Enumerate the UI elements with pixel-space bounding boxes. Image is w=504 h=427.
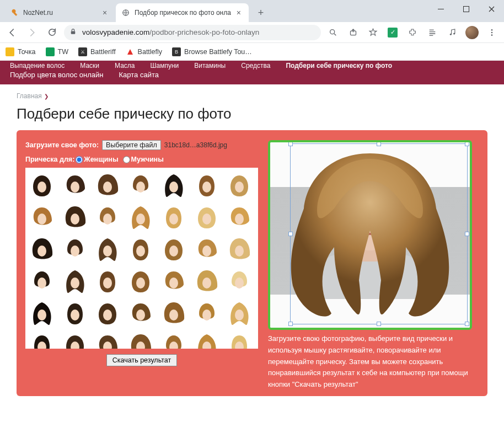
hairstyle-thumb[interactable]: [159, 203, 188, 233]
resize-handle[interactable]: [288, 232, 293, 236]
maximize-button[interactable]: [453, 0, 479, 18]
hairstyle-thumb[interactable]: [192, 203, 221, 233]
hairstyle-thumb[interactable]: [61, 267, 89, 297]
hairstyle-thumb[interactable]: [28, 267, 56, 297]
nav-link[interactable]: Средства: [241, 62, 270, 70]
hairstyle-thumb[interactable]: [93, 299, 122, 329]
hairstyle-thumb[interactable]: [192, 299, 221, 329]
hairstyle-thumb[interactable]: [28, 203, 56, 233]
resize-handle[interactable]: [465, 322, 469, 326]
bookmark-item[interactable]: BBrowse Battlefy Tou…: [172, 47, 252, 56]
svg-point-34: [103, 277, 112, 289]
svg-point-33: [71, 277, 79, 289]
preview-area[interactable]: [268, 140, 472, 330]
hairstyle-thumb[interactable]: [28, 235, 56, 265]
hairstyle-thumb[interactable]: [225, 267, 254, 297]
resize-handle[interactable]: [377, 322, 381, 326]
hairstyle-thumb[interactable]: [159, 235, 188, 265]
hairstyle-thumb[interactable]: [61, 171, 89, 201]
menu-icon[interactable]: [484, 25, 500, 40]
adblock-icon[interactable]: ✓: [385, 25, 400, 40]
music-icon[interactable]: [444, 25, 460, 40]
hairstyle-thumb[interactable]: [93, 171, 122, 201]
search-icon[interactable]: [325, 25, 341, 40]
svg-rect-3: [71, 31, 76, 34]
profile-avatar[interactable]: [464, 25, 480, 40]
hairstyle-thumb[interactable]: [192, 235, 221, 265]
choose-file-button[interactable]: Выберите файл: [102, 140, 161, 150]
hairstyle-thumb[interactable]: [61, 203, 89, 233]
hairstyle-thumb[interactable]: [126, 171, 155, 201]
resize-handle[interactable]: [465, 232, 469, 236]
hairstyle-thumb[interactable]: [28, 171, 56, 201]
close-icon[interactable]: ×: [234, 8, 243, 17]
address-bar[interactable]: volosvypadenie.com/podbor-prichesok-po-f…: [64, 25, 321, 40]
nav-link[interactable]: Подбор цвета волос онлайн: [10, 71, 104, 79]
selection-box[interactable]: [290, 143, 468, 324]
hairstyle-thumb[interactable]: [126, 331, 155, 349]
hairstyle-grid[interactable]: [25, 168, 258, 349]
hairstyle-thumb[interactable]: [93, 203, 122, 233]
hairstyle-thumb[interactable]: [192, 267, 221, 297]
instructions-text: Загрузите свою фотографию, выберите вид …: [268, 333, 472, 391]
url-domain: volosvypadenie.com: [82, 28, 149, 36]
resize-handle[interactable]: [377, 142, 381, 146]
close-icon[interactable]: ×: [100, 8, 109, 17]
hairstyle-thumb[interactable]: [28, 331, 56, 349]
hairstyle-thumb[interactable]: [225, 171, 254, 201]
nav-link[interactable]: Выпадение волос: [10, 62, 65, 70]
radio-women[interactable]: [76, 156, 83, 163]
tab-noznet[interactable]: NozNet.ru ×: [4, 3, 115, 22]
bookmark-star-icon[interactable]: [365, 25, 380, 40]
close-window-button[interactable]: [479, 0, 504, 18]
download-button[interactable]: Скачать результат: [106, 354, 177, 366]
extensions-icon[interactable]: [405, 25, 420, 40]
hairstyle-thumb[interactable]: [93, 235, 122, 265]
hairstyle-thumb[interactable]: [126, 235, 155, 265]
hairstyle-thumb[interactable]: [61, 299, 89, 329]
hairstyle-thumb[interactable]: [159, 331, 188, 349]
share-icon[interactable]: [345, 25, 361, 40]
hairstyle-thumb[interactable]: [126, 267, 155, 297]
nav-link[interactable]: Шампуни: [151, 62, 179, 70]
new-tab-button[interactable]: +: [253, 5, 269, 20]
hairstyle-thumb[interactable]: [192, 171, 221, 201]
nav-link[interactable]: Витамины: [194, 62, 226, 70]
hairstyle-thumb[interactable]: [159, 299, 188, 329]
bookmark-item[interactable]: Точка: [6, 47, 36, 56]
nav-link[interactable]: Маски: [80, 62, 99, 70]
hairstyle-thumb[interactable]: [126, 299, 155, 329]
hairstyle-thumb[interactable]: [159, 267, 188, 297]
nav-link[interactable]: Карта сайта: [119, 71, 159, 79]
bookmark-item[interactable]: ⚔Battleriff: [78, 47, 116, 56]
radio-men[interactable]: [123, 156, 130, 163]
forward-button[interactable]: [24, 25, 40, 40]
resize-handle[interactable]: [288, 142, 293, 146]
svg-point-38: [235, 277, 244, 289]
bookmark-item[interactable]: Battlefly: [126, 47, 162, 56]
resize-handle[interactable]: [288, 322, 293, 326]
minimize-button[interactable]: [428, 0, 453, 18]
hairstyle-thumb[interactable]: [93, 331, 122, 349]
hairstyle-thumb[interactable]: [225, 331, 254, 349]
hairstyle-thumb[interactable]: [225, 203, 254, 233]
hairstyle-thumb[interactable]: [192, 331, 221, 349]
tab-active[interactable]: Подбор причесок по фото онла ×: [116, 3, 249, 22]
breadcrumb: Главная❯: [0, 84, 504, 103]
reload-button[interactable]: [44, 25, 60, 40]
hairstyle-thumb[interactable]: [61, 331, 89, 349]
resize-handle[interactable]: [465, 142, 469, 146]
hairstyle-thumb[interactable]: [159, 171, 188, 201]
nav-link[interactable]: Подбери себе прическу по фото: [286, 62, 392, 70]
back-button[interactable]: [4, 25, 20, 40]
breadcrumb-home[interactable]: Главная: [17, 92, 42, 100]
hairstyle-thumb[interactable]: [61, 235, 89, 265]
hairstyle-thumb[interactable]: [28, 299, 56, 329]
hairstyle-thumb[interactable]: [126, 203, 155, 233]
hairstyle-thumb[interactable]: [225, 235, 254, 265]
hairstyle-thumb[interactable]: [225, 299, 254, 329]
reading-list-icon[interactable]: [425, 25, 440, 40]
bookmark-item[interactable]: TW: [46, 47, 68, 56]
nav-link[interactable]: Масла: [115, 62, 135, 70]
hairstyle-thumb[interactable]: [93, 267, 122, 297]
